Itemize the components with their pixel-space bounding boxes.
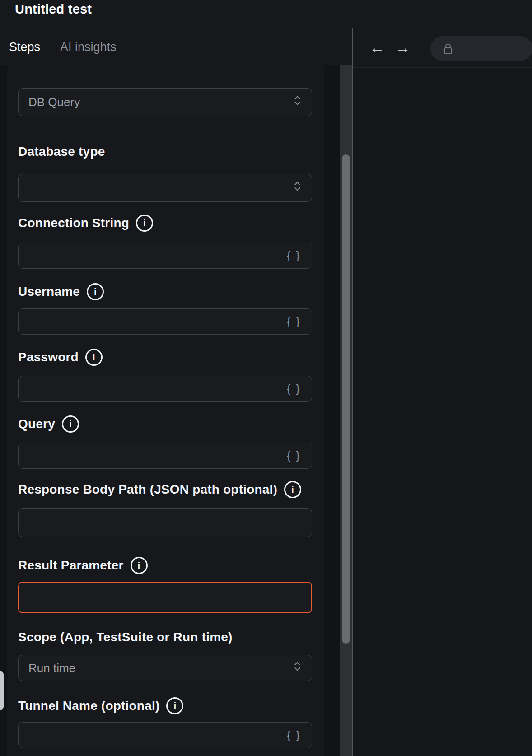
- form-scrollbar-thumb[interactable]: [342, 154, 350, 644]
- result-parameter-label: Result Parameter i: [18, 557, 312, 574]
- info-icon[interactable]: i: [136, 215, 153, 232]
- connection-string-input-group: { }: [18, 243, 312, 269]
- connection-string-input[interactable]: [19, 243, 276, 268]
- braces-icon: { }: [287, 250, 301, 262]
- back-button[interactable]: ←: [369, 28, 385, 68]
- response-body-path-label: Response Body Path (JSON path optional) …: [18, 481, 312, 498]
- info-icon[interactable]: i: [85, 349, 103, 366]
- password-input[interactable]: [19, 376, 276, 401]
- info-icon[interactable]: i: [87, 283, 104, 300]
- info-icon[interactable]: i: [131, 557, 148, 574]
- lock-icon: [443, 42, 453, 57]
- query-label: Query i: [18, 415, 312, 432]
- scope-select[interactable]: Run time: [18, 655, 312, 681]
- database-type-select[interactable]: [18, 174, 312, 202]
- response-body-path-input[interactable]: [18, 508, 312, 537]
- password-label: Password i: [18, 349, 312, 365]
- chevron-up-down-icon: [294, 660, 301, 676]
- braces-icon: { }: [287, 383, 301, 395]
- step-type-value: DB Query: [28, 95, 80, 109]
- query-input[interactable]: [19, 443, 276, 468]
- insert-variable-button[interactable]: { }: [276, 309, 312, 334]
- username-label: Username i: [18, 283, 312, 300]
- url-bar[interactable]: [430, 36, 532, 61]
- browser-toolbar: ← →: [353, 28, 532, 68]
- title-bar: Untitled test: [0, 0, 532, 28]
- db-query-form: DB Query Database type Connection String…: [0, 65, 324, 756]
- drawer-handle[interactable]: [0, 671, 4, 710]
- insert-variable-button[interactable]: { }: [276, 443, 312, 468]
- chevron-up-down-icon: [294, 180, 301, 196]
- tunnel-name-label: Tunnel Name (optional) i: [18, 697, 312, 714]
- step-type-select[interactable]: DB Query: [18, 88, 312, 116]
- tab-bar: Steps AI insights: [0, 28, 352, 65]
- info-icon[interactable]: i: [166, 697, 183, 714]
- braces-icon: { }: [287, 729, 301, 742]
- scope-value: Run time: [28, 661, 75, 675]
- back-arrow-icon: ←: [369, 39, 385, 56]
- page-title: Untitled test: [15, 0, 92, 19]
- tab-steps[interactable]: Steps: [9, 40, 40, 54]
- username-input-group: { }: [18, 308, 312, 335]
- browser-preview-panel: Goog 01:: [353, 68, 532, 756]
- connection-string-label: Connection String i: [18, 215, 312, 231]
- database-type-label: Database type: [18, 143, 312, 160]
- insert-variable-button[interactable]: { }: [276, 243, 312, 268]
- username-input[interactable]: [19, 309, 276, 334]
- forward-button[interactable]: →: [395, 28, 411, 68]
- tab-ai-insights[interactable]: AI insights: [60, 40, 117, 54]
- insert-variable-button[interactable]: { }: [276, 376, 312, 401]
- result-parameter-input[interactable]: [18, 582, 312, 613]
- tunnel-name-input-group: { }: [18, 722, 312, 748]
- tunnel-name-input[interactable]: [19, 723, 276, 748]
- query-input-group: { }: [18, 443, 312, 469]
- info-icon[interactable]: i: [62, 415, 79, 433]
- braces-icon: { }: [287, 316, 301, 328]
- insert-variable-button[interactable]: { }: [276, 723, 312, 748]
- forward-arrow-icon: →: [395, 39, 411, 56]
- scope-label: Scope (App, TestSuite or Run time): [18, 629, 312, 645]
- info-icon[interactable]: i: [284, 481, 301, 498]
- braces-icon: { }: [287, 450, 301, 462]
- chevron-up-down-icon: [294, 94, 301, 110]
- password-input-group: { }: [18, 376, 312, 402]
